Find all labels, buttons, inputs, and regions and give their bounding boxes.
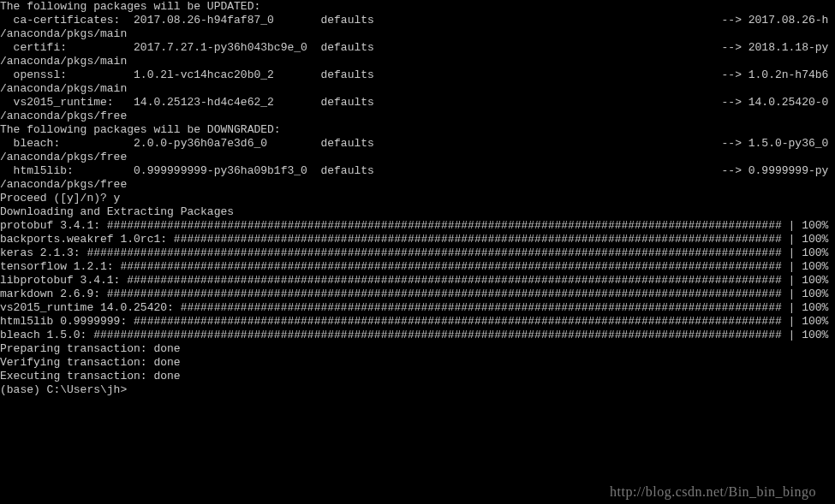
download-progress-8: bleach 1.5.0: ##########################… bbox=[0, 329, 835, 342]
download-progress-3: tensorflow 1.2.1: ######################… bbox=[0, 260, 835, 274]
updated-pkg-1: certifi: 2017.7.27.1-py36h043bc9e_0 defa… bbox=[0, 41, 835, 55]
proceed-prompt: Proceed ([y]/n)? y bbox=[0, 192, 835, 205]
updated-pkg-path-0: /anaconda/pkgs/main bbox=[0, 27, 835, 41]
download-progress-6: vs2015_runtime 14.0.25420: #############… bbox=[0, 301, 835, 315]
downgraded-pkg-path-0: /anaconda/pkgs/free bbox=[0, 151, 835, 164]
downgraded-pkg-path-1: /anaconda/pkgs/free bbox=[0, 178, 835, 192]
watermark-text: http://blog.csdn.net/Bin_bin_bingo bbox=[610, 485, 816, 499]
updated-pkg-2: openssl: 1.0.2l-vc14hcac20b0_2 defaults … bbox=[0, 68, 835, 82]
download-header: Downloading and Extracting Packages bbox=[0, 205, 835, 219]
downgraded-pkg-1: html5lib: 0.999999999-py36ha09b1f3_0 def… bbox=[0, 164, 835, 178]
updated-pkg-3: vs2015_runtime: 14.0.25123-hd4c4e62_2 de… bbox=[0, 96, 835, 110]
download-progress-0: protobuf 3.4.1: ########################… bbox=[0, 219, 835, 233]
download-progress-2: keras 2.1.3: ###########################… bbox=[0, 246, 835, 260]
downgraded-pkg-0: bleach: 2.0.0-py36h0a7e3d6_0 defaults --… bbox=[0, 137, 835, 151]
updated-pkg-path-3: /anaconda/pkgs/free bbox=[0, 110, 835, 123]
section-header-updated: The following packages will be UPDATED: bbox=[0, 0, 835, 14]
shell-prompt[interactable]: (base) C:\Users\jh> bbox=[0, 383, 835, 397]
preparing-transaction: Preparing transaction: done bbox=[0, 342, 835, 356]
section-header-downgraded: The following packages will be DOWNGRADE… bbox=[0, 123, 835, 137]
updated-pkg-path-2: /anaconda/pkgs/main bbox=[0, 82, 835, 96]
verifying-transaction: Verifying transaction: done bbox=[0, 356, 835, 370]
download-progress-7: html5lib 0.9999999: ####################… bbox=[0, 315, 835, 329]
download-progress-4: libprotobuf 3.4.1: #####################… bbox=[0, 274, 835, 288]
executing-transaction: Executing transaction: done bbox=[0, 370, 835, 383]
terminal-output: The following packages will be UPDATED: … bbox=[0, 0, 835, 397]
updated-pkg-0: ca-certificates: 2017.08.26-h94faf87_0 d… bbox=[0, 14, 835, 27]
download-progress-1: backports.weakref 1.0rc1: ##############… bbox=[0, 233, 835, 246]
download-progress-5: markdown 2.6.9: ########################… bbox=[0, 288, 835, 301]
updated-pkg-path-1: /anaconda/pkgs/main bbox=[0, 55, 835, 68]
